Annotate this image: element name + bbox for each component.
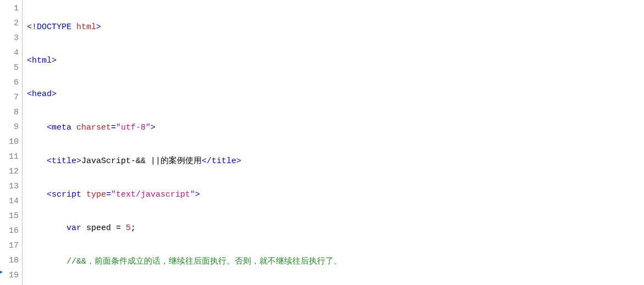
op-token: = — [111, 123, 116, 132]
line-number: 13 — [0, 179, 22, 194]
tag-token: <meta — [47, 123, 76, 132]
identifier-token: speed — [81, 223, 116, 233]
string-token: "text/javascript" — [111, 190, 195, 199]
current-line-marker-icon: ▶ — [0, 270, 4, 275]
tag-token: </title> — [202, 157, 241, 166]
tag-token: <html> — [27, 56, 57, 65]
line-number: 9 — [0, 120, 22, 135]
tag-token: <!DOCTYPE — [27, 23, 71, 32]
line-number: 11 — [0, 149, 22, 164]
tag-token: > — [195, 190, 200, 199]
line-number: 6 — [0, 75, 22, 90]
line-number: 7 — [0, 90, 22, 105]
tag-token: <title> — [47, 157, 81, 166]
line-number-gutter: 1 2 3 4 5 6 7 8 9 10 11 12 13 14 15 16 1… — [0, 0, 23, 285]
code-editor-area[interactable]: <!DOCTYPE html> <html> <head> <meta char… — [23, 0, 644, 285]
line-number: 14 — [0, 194, 22, 209]
comment-token: //&&，前面条件成立的话，继续往后面执行。否则，就不继续往后执行了。 — [66, 257, 342, 266]
attr-token: html — [71, 23, 96, 32]
code-line: <head> — [27, 87, 644, 102]
keyword-token: var — [66, 223, 81, 233]
line-number: 12 — [0, 164, 22, 179]
line-number: 16 — [0, 223, 22, 238]
code-line: //&&，前面条件成立的话，继续往后面执行。否则，就不继续往后执行了。 — [27, 254, 644, 269]
line-number: 4 — [0, 46, 22, 60]
code-line: <html> — [27, 53, 644, 68]
code-line: <title>JavaScript-&& ||的案例使用</title> — [27, 154, 644, 169]
tag-token: <head> — [27, 90, 57, 99]
line-number: 1 — [0, 1, 22, 16]
op-token: ; — [131, 223, 136, 233]
attr-token: charset — [76, 123, 111, 132]
attr-token: type — [86, 190, 106, 199]
code-line: <script type="text/javascript"> — [27, 187, 644, 202]
text-token: JavaScript-&& ||的案例使用 — [81, 157, 202, 166]
line-number: 3 — [0, 31, 22, 46]
line-number: 10 — [0, 135, 22, 149]
code-line: <meta charset="utf-8"> — [27, 120, 644, 135]
string-token: "utf-8" — [116, 123, 151, 132]
line-number: 2 — [0, 16, 22, 31]
tag-token: > — [151, 123, 156, 132]
code-line: <!DOCTYPE html> — [27, 20, 644, 35]
line-number: 8 — [0, 105, 22, 120]
line-number: 5 — [0, 60, 22, 75]
line-number: 18 — [0, 253, 22, 268]
line-number: 17 — [0, 238, 22, 253]
tag-token: <script — [47, 190, 86, 199]
op-token: = — [106, 190, 111, 199]
op-token: = — [116, 223, 126, 233]
line-number: 15 — [0, 209, 22, 223]
tag-token: > — [96, 23, 101, 32]
code-line: var speed = 5; — [27, 221, 644, 236]
number-token: 5 — [126, 223, 131, 233]
